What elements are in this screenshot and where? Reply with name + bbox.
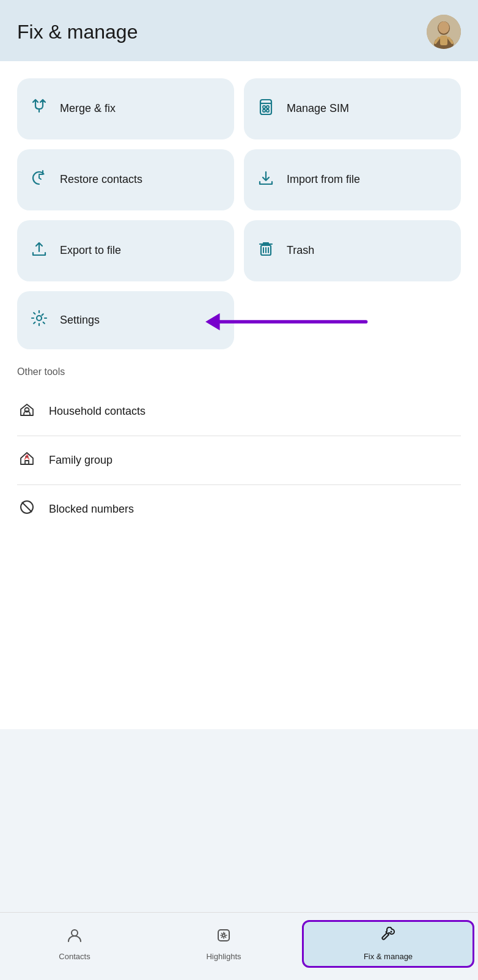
page-title: Fix & manage: [17, 21, 138, 43]
svg-rect-11: [267, 110, 269, 112]
svg-rect-4: [440, 35, 447, 45]
svg-line-19: [23, 503, 32, 512]
household-contacts-item[interactable]: Household contacts: [17, 387, 461, 436]
header: Fix & manage: [0, 0, 478, 61]
blocked-numbers-icon: [17, 499, 37, 520]
action-grid: Merge & fix Manage SIM: [17, 78, 461, 281]
svg-rect-10: [263, 110, 265, 112]
trash-card[interactable]: Trash: [244, 220, 461, 281]
fix-manage-nav-label: Fix & manage: [364, 952, 413, 961]
nav-highlights[interactable]: Highlights: [149, 922, 298, 966]
bottom-nav: Contacts Highlights Fix & manage: [0, 912, 478, 980]
svg-rect-21: [218, 930, 229, 941]
settings-icon: [29, 308, 49, 332]
restore-contacts-card[interactable]: Restore contacts: [17, 149, 234, 210]
trash-icon: [256, 239, 276, 263]
family-group-item[interactable]: Family group: [17, 436, 461, 485]
blocked-numbers-label: Blocked numbers: [49, 503, 134, 516]
svg-point-22: [222, 934, 225, 937]
manage-sim-card[interactable]: Manage SIM: [244, 78, 461, 139]
nav-contacts[interactable]: Contacts: [0, 922, 149, 966]
import-from-file-icon: [256, 168, 276, 192]
svg-point-3: [438, 21, 449, 34]
household-contacts-label: Household contacts: [49, 405, 145, 418]
contacts-nav-label: Contacts: [59, 952, 90, 961]
avatar[interactable]: [427, 15, 461, 49]
fix-manage-icon: [380, 927, 397, 948]
settings-row: Settings: [17, 291, 461, 349]
export-to-file-icon: [29, 239, 49, 263]
manage-sim-label: Manage SIM: [287, 102, 349, 116]
svg-point-20: [72, 930, 78, 936]
household-contacts-icon: [17, 401, 37, 422]
family-group-icon: [17, 450, 37, 471]
svg-point-16: [37, 316, 42, 321]
highlights-nav-label: Highlights: [206, 952, 241, 961]
merge-fix-icon: [29, 97, 49, 121]
nav-fix-manage[interactable]: Fix & manage: [302, 920, 474, 968]
svg-point-23: [391, 931, 392, 933]
arrow-annotation: [188, 297, 372, 349]
highlights-icon: [215, 927, 232, 948]
main-content: Merge & fix Manage SIM: [0, 61, 478, 729]
other-tools-heading: Other tools: [17, 366, 461, 377]
import-from-file-label: Import from file: [287, 173, 360, 187]
restore-contacts-icon: [29, 168, 49, 192]
import-from-file-card[interactable]: Import from file: [244, 149, 461, 210]
contacts-icon: [66, 927, 83, 948]
manage-sim-icon: [256, 97, 276, 121]
export-to-file-label: Export to file: [60, 243, 121, 258]
trash-label: Trash: [287, 243, 314, 258]
svg-rect-7: [260, 100, 271, 114]
export-to-file-card[interactable]: Export to file: [17, 220, 234, 281]
merge-fix-card[interactable]: Merge & fix: [17, 78, 234, 139]
blocked-numbers-item[interactable]: Blocked numbers: [17, 485, 461, 533]
merge-fix-label: Merge & fix: [60, 102, 116, 116]
svg-rect-8: [263, 106, 265, 108]
restore-contacts-label: Restore contacts: [60, 173, 142, 187]
svg-rect-9: [267, 106, 269, 108]
avatar-image: [427, 15, 461, 49]
family-group-label: Family group: [49, 454, 112, 467]
settings-label: Settings: [60, 313, 100, 327]
